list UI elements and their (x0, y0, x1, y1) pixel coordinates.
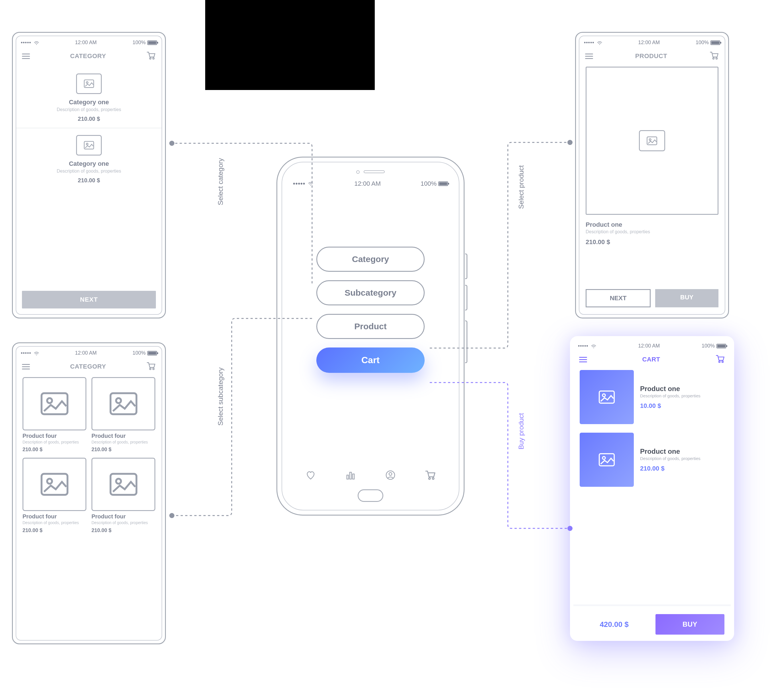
cart-item-name: Product one (640, 385, 725, 393)
signal-icon: ••••• (21, 350, 31, 356)
cart-item-desc: Description of goods, properties (640, 456, 725, 461)
screen-title: PRODUCT (635, 53, 667, 60)
wifi-icon (34, 351, 40, 355)
connector-product (428, 140, 573, 351)
battery-icon (147, 351, 157, 355)
image-placeholder-icon (92, 377, 155, 430)
screen-subcategory: ••••• 12:00 AM 100% CATEGORY Product fou… (12, 342, 166, 644)
product-price: 210.00 $ (23, 447, 86, 453)
cart-item[interactable]: Product one Description of goods, proper… (573, 433, 731, 495)
category-desc: Description of goods, properties (16, 169, 161, 174)
flow-label: Select product (517, 165, 525, 209)
cart-icon[interactable] (715, 354, 725, 365)
product-name: Product four (92, 433, 155, 439)
category-desc: Description of goods, properties (16, 107, 161, 112)
screen-title: CART (642, 356, 660, 363)
svg-point-12 (719, 361, 720, 363)
screen-product: ••••• 12:00 AM 100% PRODUCT Product one … (575, 32, 729, 319)
product-card[interactable]: Product four Description of goods, prope… (23, 458, 86, 533)
product-desc: Description of goods, properties (23, 440, 86, 445)
status-time: 12:00 AM (75, 350, 97, 356)
cart-icon[interactable] (709, 51, 719, 62)
screen-title: CATEGORY (70, 53, 106, 60)
signal-icon: ••••• (584, 39, 595, 46)
menu-icon[interactable] (22, 54, 30, 59)
product-price: 210.00 $ (92, 527, 155, 534)
svg-point-16 (567, 140, 573, 145)
status-time: 12:00 AM (638, 39, 660, 46)
screen-category: ••••• 12:00 AM 100% CATEGORY Category on… (12, 32, 166, 319)
buy-button[interactable]: BUY (656, 614, 725, 635)
menu-icon[interactable] (579, 357, 587, 362)
nav-category-pill[interactable]: Category (316, 247, 425, 272)
image-placeholder-icon (76, 74, 102, 94)
product-desc: Description of goods, properties (23, 521, 86, 525)
battery-icon (716, 344, 726, 348)
cart-item[interactable]: Product one Description of goods, proper… (573, 370, 731, 433)
wifi-icon (34, 41, 40, 45)
menu-icon[interactable] (22, 364, 30, 369)
product-card[interactable]: Product four Description of goods, prope… (92, 377, 155, 453)
svg-point-15 (169, 513, 175, 518)
product-price: 210.00 $ (586, 238, 718, 246)
wifi-icon (597, 41, 603, 45)
svg-point-13 (722, 361, 723, 363)
home-button[interactable] (357, 489, 383, 502)
category-item[interactable]: Category one Description of goods, prope… (16, 67, 161, 128)
image-placeholder-icon (580, 433, 634, 487)
flow-label-text: Select subcategory (217, 368, 224, 425)
image-placeholder-icon (92, 458, 155, 511)
image-placeholder-icon (639, 130, 665, 151)
nav-product-pill[interactable]: Product (316, 314, 425, 339)
category-item[interactable]: Category one Description of goods, prope… (16, 128, 161, 189)
product-desc: Description of goods, properties (92, 521, 155, 525)
camera-icon (356, 170, 360, 174)
flow-label: Select category (217, 158, 224, 205)
product-desc: Description of goods, properties (586, 229, 718, 235)
image-placeholder-icon (23, 458, 86, 511)
signal-icon: ••••• (21, 39, 31, 46)
svg-point-14 (169, 141, 175, 146)
cart-icon[interactable] (146, 51, 156, 62)
image-placeholder-icon (23, 377, 86, 430)
nav-cart-pill[interactable]: Cart (316, 348, 425, 373)
battery-icon (710, 41, 720, 45)
category-price: 210.00 $ (16, 116, 161, 122)
product-price: 210.00 $ (23, 527, 86, 534)
screen-cart: ••••• 12:00 AM 100% CART Product one Des… (570, 336, 734, 641)
stats-icon[interactable] (345, 470, 356, 482)
product-image (586, 67, 718, 215)
flow-label-text: Select category (217, 158, 224, 205)
cart-item-price: 210.00 $ (640, 465, 725, 472)
status-bar: ••••• 12:00 AM 100% (16, 36, 161, 48)
connector-cart (428, 380, 573, 531)
signal-icon: ••••• (578, 343, 588, 349)
cart-icon[interactable] (146, 361, 156, 372)
status-bar: ••••• 12:00 AM 100% (580, 36, 725, 48)
nav-subcategory-pill[interactable]: Subcategory (316, 280, 425, 305)
menu-icon[interactable] (585, 54, 593, 59)
status-time: 12:00 AM (354, 180, 381, 187)
status-battery-pct: 100% (132, 39, 146, 46)
buy-button[interactable]: BUY (655, 289, 718, 307)
flow-label-text: Select product (517, 165, 525, 209)
flow-label: Select subcategory (217, 368, 224, 425)
next-button[interactable]: NEXT (586, 289, 651, 307)
redacted-region (205, 0, 375, 90)
flow-label: Buy product (517, 413, 525, 450)
status-battery-pct: 100% (702, 343, 715, 349)
category-name: Category one (16, 160, 161, 168)
status-time: 12:00 AM (638, 343, 660, 349)
product-name: Product four (92, 513, 155, 520)
product-name: Product four (23, 513, 86, 520)
profile-icon[interactable] (385, 470, 396, 482)
product-card[interactable]: Product four Description of goods, prope… (23, 377, 86, 453)
status-time: 12:00 AM (75, 39, 97, 46)
next-button[interactable]: NEXT (22, 291, 156, 309)
product-card[interactable]: Product four Description of goods, prope… (92, 458, 155, 533)
product-desc: Description of goods, properties (92, 440, 155, 445)
image-placeholder-icon (580, 370, 634, 424)
status-bar: ••••• 12:00 AM 100% (16, 346, 161, 358)
speaker-icon (364, 170, 385, 173)
cart-item-name: Product one (640, 447, 725, 455)
